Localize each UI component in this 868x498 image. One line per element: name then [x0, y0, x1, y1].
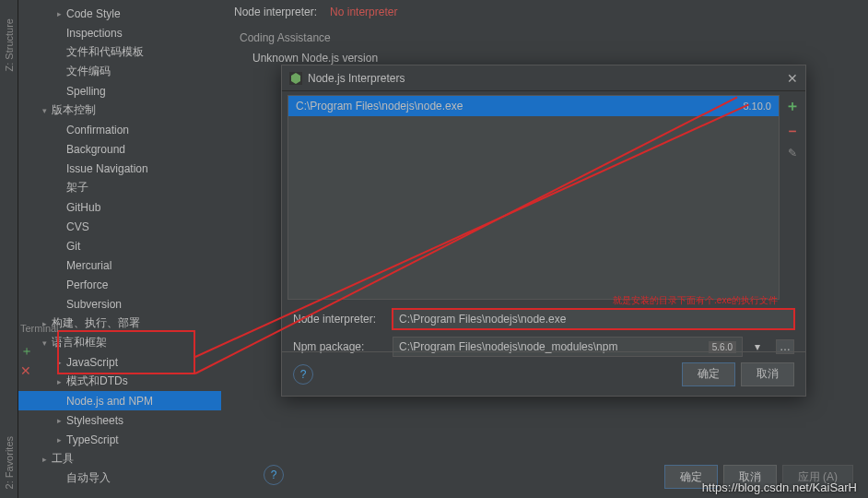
terminal-add-icon[interactable]: ＋ [20, 343, 33, 360]
tree-nodenpm[interactable]: Node.js and NPM [18, 391, 221, 410]
tree-codestyle[interactable]: Code Style [18, 4, 221, 23]
tree-js[interactable]: JavaScript [18, 352, 221, 372]
interpreter-list[interactable]: C:\Program Files\nodejs\node.exe 8.10.0 [287, 95, 780, 300]
unknown-version: Unknown Node.js version [221, 52, 868, 65]
tree-stylesheets[interactable]: Stylesheets [18, 410, 221, 430]
node-interp-field[interactable]: C:\Program Files\nodejs\node.exe [393, 309, 794, 329]
watermark: https://blog.csdn.net/KaiSarH [702, 480, 857, 494]
tree-subversion[interactable]: Subversion [18, 294, 221, 314]
tree-filetpl[interactable]: 文件和代码模板 [18, 42, 221, 62]
list-item-path: C:\Program Files\nodejs\node.exe [296, 100, 463, 113]
dialog-titlebar[interactable]: Node.js Interpreters ✕ [282, 65, 805, 91]
add-icon[interactable]: ＋ [785, 97, 800, 116]
dialog-cancel[interactable]: 取消 [741, 362, 794, 386]
tree-perforce[interactable]: Perforce [18, 275, 221, 294]
coding-assist-header: Coding Assistance [221, 24, 868, 52]
tree-confirm[interactable]: Confirmation [18, 120, 221, 139]
tree-fileenc[interactable]: 文件编码 [18, 62, 221, 81]
rail-structure[interactable]: Z: Structure [4, 18, 15, 71]
node-interp-field-label: Node interpreter: [293, 313, 385, 326]
terminal-label[interactable]: Terminal [20, 323, 59, 334]
annotation-text: 就是安装的目录下面有个.exe的执行文件 [613, 294, 778, 307]
tree-inspections[interactable]: Inspections [18, 23, 221, 42]
tree-git[interactable]: Git [18, 236, 221, 255]
node-interp-label: Node interpreter: [234, 6, 317, 18]
tree-github[interactable]: GitHub [18, 197, 221, 217]
no-interpreter: No interpreter [330, 6, 397, 18]
dialog-help-icon[interactable]: ? [293, 364, 313, 385]
dialog-ok[interactable]: 确定 [682, 362, 735, 386]
left-rail: Z: Structure 2: Favorites [0, 0, 18, 498]
tree-lang[interactable]: 语言和框架 [18, 333, 221, 352]
list-item-version: 8.10.0 [743, 101, 771, 112]
settings-help-icon[interactable]: ? [264, 465, 284, 485]
close-icon[interactable]: ✕ [787, 71, 798, 86]
edit-icon[interactable]: ✎ [788, 147, 797, 160]
remove-icon[interactable]: － [785, 122, 800, 141]
interpreter-list-item[interactable]: C:\Program Files\nodejs\node.exe 8.10.0 [288, 96, 779, 116]
tree-cvs[interactable]: CVS [18, 217, 221, 236]
tree-shelf[interactable]: 架子 [18, 178, 221, 197]
tree-ts[interactable]: TypeScript [18, 430, 221, 449]
settings-tree: Code Style Inspections 文件和代码模板 文件编码 Spel… [18, 0, 221, 498]
tree-schemas[interactable]: 模式和DTDs [18, 372, 221, 391]
list-toolbar: ＋ － ✎ [780, 91, 805, 303]
tree-spelling[interactable]: Spelling [18, 81, 221, 101]
tree-tools[interactable]: 工具 [18, 449, 221, 468]
tree-mercurial[interactable]: Mercurial [18, 255, 221, 275]
nodejs-icon [289, 72, 302, 85]
tree-vcs[interactable]: 版本控制 [18, 101, 221, 120]
interpreters-dialog: Node.js Interpreters ✕ C:\Program Files\… [281, 65, 806, 397]
dialog-title: Node.js Interpreters [308, 72, 405, 85]
node-interp-row: Node interpreter: No interpreter [221, 0, 868, 24]
tree-autoimport[interactable]: 自动导入 [18, 468, 221, 488]
tree-bg[interactable]: Background [18, 139, 221, 159]
rail-favorites[interactable]: 2: Favorites [4, 436, 15, 489]
tree-issuenav[interactable]: Issue Navigation [18, 159, 221, 178]
terminal-close-icon[interactable]: ✕ [20, 363, 31, 378]
dialog-footer: ? 确定 取消 [282, 351, 805, 396]
